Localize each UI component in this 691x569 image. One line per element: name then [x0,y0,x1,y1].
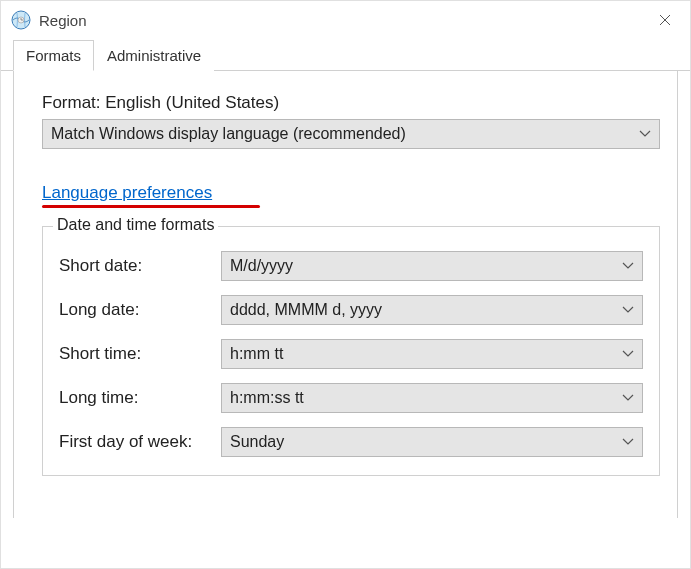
long-date-row: Long date: dddd, MMMM d, yyyy [59,295,643,325]
short-time-row: Short time: h:mm tt [59,339,643,369]
datetime-fieldset: Date and time formats Short date: M/d/yy… [42,226,660,476]
chevron-down-icon [622,306,634,314]
chevron-down-icon [639,130,651,138]
highlight-underline [42,205,260,208]
tab-row: Formats Administrative [1,39,690,71]
language-preferences-row: Language preferences [42,183,649,208]
short-date-label: Short date: [59,256,221,276]
short-date-row: Short date: M/d/yyyy [59,251,643,281]
long-time-select[interactable]: h:mm:ss tt [221,383,643,413]
long-time-row: Long time: h:mm:ss tt [59,383,643,413]
formats-panel: Format: English (United States) Match Wi… [13,71,678,518]
short-time-select[interactable]: h:mm tt [221,339,643,369]
tab-administrative[interactable]: Administrative [94,40,214,71]
chevron-down-icon [622,262,634,270]
format-label: Format: English (United States) [42,93,649,113]
close-icon [659,14,671,26]
chevron-down-icon [622,394,634,402]
datetime-legend: Date and time formats [53,216,218,234]
language-preferences-link[interactable]: Language preferences [42,183,212,202]
long-date-value: dddd, MMMM d, yyyy [230,301,622,319]
long-date-select[interactable]: dddd, MMMM d, yyyy [221,295,643,325]
tab-administrative-label: Administrative [107,47,201,64]
short-date-select[interactable]: M/d/yyyy [221,251,643,281]
short-time-value: h:mm tt [230,345,622,363]
format-dropdown-value: Match Windows display language (recommen… [51,125,639,143]
first-day-select[interactable]: Sunday [221,427,643,457]
tab-area: Formats Administrative Format: English (… [1,39,690,486]
window-title: Region [39,12,642,29]
long-date-label: Long date: [59,300,221,320]
chevron-down-icon [622,438,634,446]
format-dropdown[interactable]: Match Windows display language (recommen… [42,119,660,149]
short-time-label: Short time: [59,344,221,364]
long-time-value: h:mm:ss tt [230,389,622,407]
close-button[interactable] [642,4,688,36]
tab-formats-label: Formats [26,47,81,64]
first-day-value: Sunday [230,433,622,451]
title-bar: Region [1,1,690,39]
globe-icon [11,10,31,30]
region-window: Region Formats Administrative Format: En… [0,0,691,569]
tab-formats[interactable]: Formats [13,40,94,71]
long-time-label: Long time: [59,388,221,408]
chevron-down-icon [622,350,634,358]
first-day-label: First day of week: [59,432,221,452]
short-date-value: M/d/yyyy [230,257,622,275]
first-day-row: First day of week: Sunday [59,427,643,457]
